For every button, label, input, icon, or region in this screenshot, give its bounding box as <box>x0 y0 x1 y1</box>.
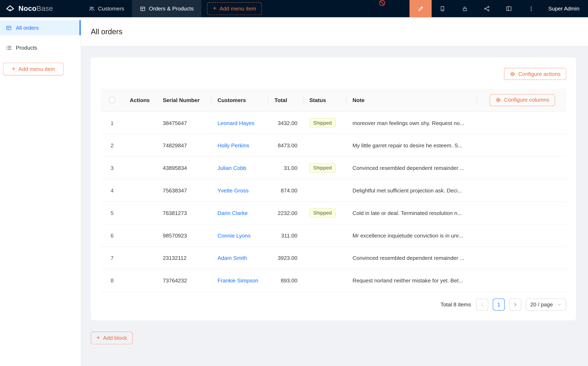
column-header-customers: Customers <box>211 97 268 103</box>
navbar-right-actions: Super Admin <box>410 0 588 17</box>
users-icon <box>89 6 94 11</box>
page-size-select[interactable]: 20 / page <box>526 298 566 311</box>
table-row: 3 43895834 Julian Cobb 31.00 Shipped Con… <box>101 157 566 179</box>
total-value: 2232.00 <box>278 210 297 216</box>
nav-item-customers[interactable]: Customers <box>81 0 132 17</box>
row-index: 5 <box>111 210 114 216</box>
content-area: Configure actions Actions Serial Number … <box>81 46 588 344</box>
note-cell: moreover man feelings own shy. Request n… <box>347 120 477 126</box>
customer-link[interactable]: Darin Clarke <box>218 210 248 216</box>
sidebar-menu: All orders Products + Add menu item <box>0 17 81 76</box>
nav-item-label: Orders & Products <box>149 6 194 11</box>
customer-link[interactable]: Julian Cobb <box>218 165 246 171</box>
total-cell: 893.00 <box>269 277 303 283</box>
serial-number: 74829847 <box>163 142 187 148</box>
serial-number-cell: 76381273 <box>157 210 211 216</box>
customer-cell: Yvette Gross <box>211 187 268 193</box>
customer-link[interactable]: Frankie Simpson <box>218 277 258 283</box>
more-button[interactable] <box>520 0 542 17</box>
navbar-add-menu-item-button[interactable]: + Add menu item <box>207 2 262 15</box>
pen-icon <box>417 6 424 12</box>
chevron-left-icon <box>480 302 485 307</box>
serial-number-cell: 98570923 <box>157 232 211 238</box>
table-row: 8 73764232 Frankie Simpson 893.00 Reques… <box>101 269 566 292</box>
customer-link[interactable]: Connie Lyons <box>218 232 251 238</box>
serial-number-cell: 75638347 <box>157 187 211 193</box>
table-header-row: Actions Serial Number Customers Total St… <box>101 89 566 112</box>
row-index: 7 <box>111 255 114 261</box>
serial-number: 23132112 <box>163 255 186 261</box>
chevron-right-icon <box>513 302 518 307</box>
serial-number: 38475647 <box>163 120 187 126</box>
sidebar-item-all-orders[interactable]: All orders <box>0 20 81 35</box>
row-index-cell: 3 <box>101 165 124 171</box>
nocobase-logo[interactable]: NocoBase <box>0 0 81 17</box>
main-content: All orders Configure actions <box>81 17 588 366</box>
nav-item-orders-products[interactable]: Orders & Products <box>132 0 201 17</box>
current-page-number: 1 <box>497 302 500 308</box>
serial-number-cell: 23132112 <box>157 255 211 261</box>
row-index: 2 <box>111 142 114 148</box>
user-name: Super Admin <box>548 6 579 11</box>
gear-icon <box>510 71 515 77</box>
total-cell: 3432.00 <box>269 120 303 126</box>
row-index-cell: 6 <box>101 232 124 238</box>
column-header-serial-number: Serial Number <box>157 97 211 103</box>
serial-number-cell: 74829847 <box>157 142 211 148</box>
api-button[interactable] <box>476 0 498 17</box>
row-index-cell: 5 <box>101 210 124 216</box>
pagination: Total 8 items 1 2 <box>101 298 566 311</box>
customer-link[interactable]: Adam Smith <box>218 255 247 261</box>
sidebar-add-menu-item-button[interactable]: + Add menu item <box>3 63 64 76</box>
mobile-icon <box>440 6 446 11</box>
row-index-cell: 8 <box>101 277 124 283</box>
logo-text: NocoBase <box>18 5 53 13</box>
lock-icon <box>462 6 467 11</box>
serial-number: 43895834 <box>163 165 187 171</box>
configure-columns-button[interactable]: Configure columns <box>490 94 555 106</box>
customer-link[interactable]: Holly Perkins <box>218 142 249 148</box>
sidebar-item-products[interactable]: Products <box>0 40 81 55</box>
table-icon <box>140 6 145 11</box>
note-text: Convinced resembled dependent remainder … <box>353 255 464 261</box>
customer-cell: Holly Perkins <box>211 142 268 148</box>
column-header-total: Total <box>269 97 303 103</box>
column-header-status: Status <box>303 97 347 103</box>
status-tag: Shipped <box>309 118 335 128</box>
row-index: 6 <box>111 232 114 238</box>
total-cell: 3923.00 <box>269 255 303 261</box>
note-cell: Delightful met sufficient projection ask… <box>347 187 477 193</box>
logo-mark-icon <box>5 4 15 14</box>
customer-link[interactable]: Leonard Hayes <box>218 120 255 126</box>
customer-cell: Leonard Hayes <box>211 120 268 126</box>
page-header: All orders <box>81 17 588 46</box>
prev-page-button[interactable] <box>476 298 489 311</box>
lock-button[interactable] <box>454 0 476 17</box>
table-row: 2 74829847 Holly Perkins 8473.00 My litt… <box>101 134 566 157</box>
customer-link[interactable]: Yvette Gross <box>218 187 249 193</box>
row-index-cell: 4 <box>101 187 124 193</box>
list-icon <box>6 45 11 50</box>
add-menu-item-label: Add menu item <box>18 66 55 72</box>
select-all-checkbox[interactable] <box>109 97 115 103</box>
serial-number-cell: 38475647 <box>157 120 211 126</box>
current-page-button[interactable]: 1 <box>493 298 505 311</box>
gear-icon <box>495 97 501 103</box>
status-cell: Shipped <box>303 118 347 128</box>
total-value: 893.00 <box>281 277 297 283</box>
note-cell: My little garret repair to desire he est… <box>347 142 477 148</box>
total-cell: 311.00 <box>269 232 303 238</box>
configure-actions-label: Configure actions <box>518 71 561 77</box>
customer-cell: Adam Smith <box>211 255 268 261</box>
add-block-button[interactable]: + Add block <box>91 332 133 344</box>
configure-actions-button[interactable]: Configure actions <box>504 68 566 80</box>
mobile-preview-button[interactable] <box>432 0 454 17</box>
note-text: My little garret repair to desire he est… <box>353 142 463 148</box>
row-index-cell: 1 <box>101 120 124 126</box>
ui-editor-button[interactable] <box>410 0 432 17</box>
user-menu[interactable]: Super Admin <box>542 0 588 17</box>
layout-button[interactable] <box>498 0 520 17</box>
serial-number: 73764232 <box>163 277 187 283</box>
next-page-button[interactable] <box>509 298 521 311</box>
status-tag: Shipped <box>309 163 335 173</box>
